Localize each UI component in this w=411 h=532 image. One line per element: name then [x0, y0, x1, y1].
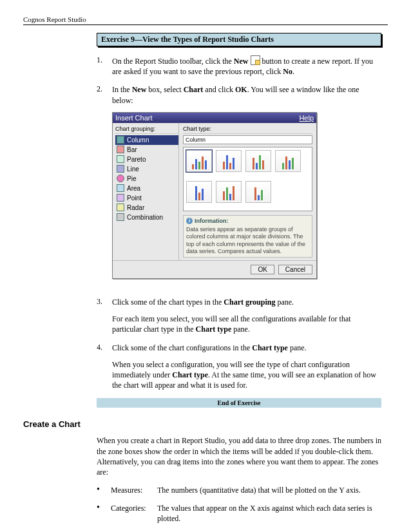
exercise-title-box: Exercise 9—View the Types of Report Stud…: [97, 33, 381, 46]
chart-type-header: Chart type:: [183, 126, 312, 134]
chart-thumb[interactable]: [275, 150, 301, 172]
main-content: Exercise 9—View the Types of Report Stud…: [97, 33, 381, 408]
chart-grouping-pane: Chart grouping: Column Bar Pareto Line P…: [113, 123, 179, 260]
group-item-line[interactable]: Line: [115, 164, 178, 174]
step-1: 1. On the Report Studio toolbar, click t…: [97, 55, 381, 77]
line-icon: [117, 165, 124, 173]
chart-thumb[interactable]: [245, 181, 271, 203]
radar-icon: [117, 204, 124, 211]
section-heading: Create a Chart: [23, 419, 388, 429]
step-4-explanation: When you select a configuration, you wil…: [112, 359, 381, 391]
section-body: When you create a chart in Report Studio…: [97, 435, 381, 532]
new-document-icon: [251, 55, 260, 65]
zone-list: • Measures: The numbers (quantitative da…: [97, 485, 381, 532]
zone-definition: The values that appear on the X axis aga…: [157, 503, 381, 524]
step-3: 3. Click some of the chart types in the …: [97, 297, 381, 335]
chart-type-selected: Column: [183, 135, 312, 144]
bar-icon: [117, 146, 124, 153]
group-item-combination[interactable]: Combination: [115, 213, 178, 222]
bullet-icon: •: [97, 485, 111, 495]
step-number: 1.: [97, 55, 112, 77]
combination-icon: [117, 213, 124, 221]
group-item-bar[interactable]: Bar: [115, 145, 178, 155]
zone-definition: The numbers (quantitative data) that wil…: [157, 485, 361, 495]
group-item-area[interactable]: Area: [115, 184, 178, 193]
bullet-icon: •: [97, 503, 111, 524]
end-of-exercise-bar: End of Exercise: [97, 398, 381, 408]
chart-thumb[interactable]: [216, 150, 242, 172]
ok-button[interactable]: OK: [251, 265, 274, 274]
section-intro: When you create a chart in Report Studio…: [97, 435, 381, 477]
group-item-pie[interactable]: Pie: [115, 174, 178, 184]
group-item-pareto[interactable]: Pareto: [115, 155, 178, 164]
column-icon: [117, 136, 124, 144]
step-2: 2. In the New box, select Chart and clic…: [97, 84, 381, 289]
pie-icon: [117, 175, 124, 182]
list-item-measures: • Measures: The numbers (quantitative da…: [97, 485, 381, 495]
header-title: Cognos Report Studio: [23, 15, 86, 23]
group-item-radar[interactable]: Radar: [115, 203, 178, 213]
group-item-point[interactable]: Point: [115, 193, 178, 203]
info-text: Data series appear as separate groups of…: [186, 226, 309, 255]
info-heading: Information:: [186, 218, 309, 225]
point-icon: [117, 194, 124, 202]
list-item-categories: • Categories: The values that appear on …: [97, 503, 381, 524]
step-1-text: On the Report Studio toolbar, click the …: [112, 55, 381, 77]
area-icon: [117, 184, 124, 192]
step-4-text: Click some of the chart configurations i…: [112, 343, 381, 353]
page-header: Cognos Report Studio: [23, 15, 388, 25]
dialog-footer: OK Cancel: [113, 260, 316, 278]
dialog-help-link[interactable]: Help: [299, 114, 314, 122]
step-2-text: In the New box, select Chart and click O…: [112, 84, 381, 105]
exercise-title: Exercise 9—View the Types of Report Stud…: [101, 35, 274, 44]
dialog-title: Insert Chart: [115, 114, 152, 122]
chart-type-pane: Chart type: Column: [179, 123, 316, 260]
step-3-explanation: For each item you select, you will see a…: [112, 314, 381, 334]
chart-thumb[interactable]: [186, 150, 212, 172]
zone-label: Measures:: [111, 485, 157, 495]
cancel-button[interactable]: Cancel: [278, 265, 312, 274]
step-number: 2.: [97, 84, 112, 289]
insert-chart-dialog: Insert Chart Help Chart grouping: Column…: [112, 112, 317, 279]
step-number: 3.: [97, 297, 112, 335]
step-4: 4. Click some of the chart configuration…: [97, 343, 381, 391]
chart-thumb[interactable]: [186, 181, 212, 203]
dialog-titlebar: Insert Chart Help: [113, 113, 316, 123]
pareto-icon: [117, 155, 124, 163]
chart-type-previews: [183, 147, 312, 211]
exercise-steps: 1. On the Report Studio toolbar, click t…: [97, 55, 381, 390]
zone-label: Categories:: [111, 503, 157, 524]
chart-grouping-header: Chart grouping:: [115, 126, 178, 134]
chart-thumb[interactable]: [216, 181, 242, 203]
step-number: 4.: [97, 343, 112, 391]
dialog-info-box: Information: Data series appear as separ…: [183, 215, 312, 258]
group-item-column[interactable]: Column: [115, 135, 178, 145]
step-3-text: Click some of the chart types in the Cha…: [112, 297, 381, 307]
chart-thumb[interactable]: [245, 150, 271, 172]
